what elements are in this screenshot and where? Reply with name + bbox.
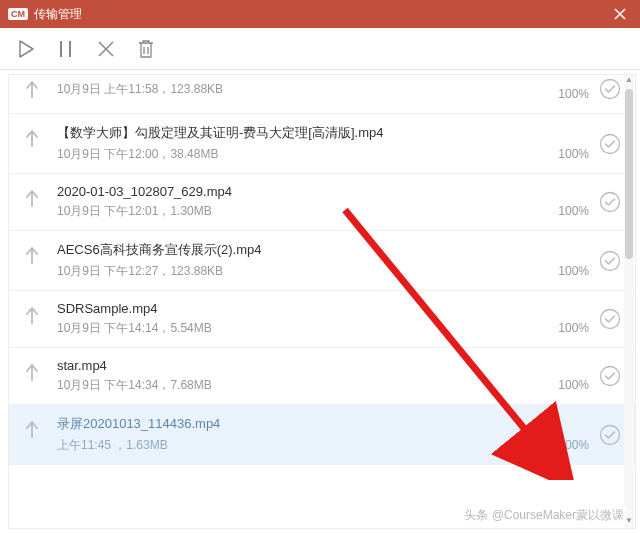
item-status-icon <box>599 191 621 213</box>
item-meta: 10月9日 上午11:58，123.88KB <box>57 81 548 98</box>
item-filename: AECS6高科技商务宣传展示(2).mp4 <box>57 241 548 259</box>
play-button[interactable] <box>12 35 40 63</box>
upload-direction-icon <box>23 245 47 269</box>
svg-point-3 <box>601 251 620 270</box>
svg-point-2 <box>601 193 620 212</box>
item-info: 【数学大师】勾股定理及其证明-费马大定理[高清版].mp4 10月9日 下午12… <box>57 124 548 163</box>
item-info: star.mp4 10月9日 下午14:34，7.68MB <box>57 358 548 394</box>
close-button[interactable] <box>608 2 632 26</box>
transfer-list: 10月9日 上午11:58，123.88KB 100% 【数学大师】勾股定理及其… <box>8 74 636 529</box>
check-circle-icon <box>599 133 621 155</box>
item-meta: 10月9日 下午14:34，7.68MB <box>57 377 548 394</box>
svg-point-6 <box>601 425 620 444</box>
list-item[interactable]: star.mp4 10月9日 下午14:34，7.68MB 100% <box>9 348 635 405</box>
scrollbar-thumb[interactable] <box>625 89 633 259</box>
upload-icon <box>23 79 41 99</box>
cancel-button[interactable] <box>92 35 120 63</box>
check-circle-icon <box>599 308 621 330</box>
svg-point-0 <box>601 80 620 99</box>
svg-point-1 <box>601 134 620 153</box>
item-progress: 100% <box>558 378 589 392</box>
cancel-icon <box>96 39 116 59</box>
check-circle-icon <box>599 78 621 100</box>
list-item[interactable]: SDRSample.mp4 10月9日 下午14:14，5.54MB 100% <box>9 291 635 348</box>
item-meta: 10月9日 下午12:00，38.48MB <box>57 146 548 163</box>
upload-direction-icon <box>23 362 47 386</box>
svg-point-5 <box>601 367 620 386</box>
item-status-icon <box>599 78 621 100</box>
item-info: 2020-01-03_102807_629.mp4 10月9日 下午12:01，… <box>57 184 548 220</box>
item-status-icon <box>599 424 621 446</box>
svg-point-4 <box>601 310 620 329</box>
delete-button[interactable] <box>132 35 160 63</box>
toolbar <box>0 28 640 70</box>
item-info: AECS6高科技商务宣传展示(2).mp4 10月9日 下午12:27，123.… <box>57 241 548 280</box>
list-item[interactable]: 【数学大师】勾股定理及其证明-费马大定理[高清版].mp4 10月9日 下午12… <box>9 114 635 174</box>
upload-icon <box>23 419 41 439</box>
play-icon <box>15 38 37 60</box>
item-status-icon <box>599 250 621 272</box>
upload-icon <box>23 128 41 148</box>
check-circle-icon <box>599 424 621 446</box>
item-info: 录屏20201013_114436.mp4 上午11:45 ，1.63MB <box>57 415 548 454</box>
item-meta: 10月9日 下午12:27，123.88KB <box>57 263 548 280</box>
titlebar: CM 传输管理 <box>0 0 640 28</box>
close-icon <box>613 7 627 21</box>
item-filename: SDRSample.mp4 <box>57 301 548 316</box>
pause-button[interactable] <box>52 35 80 63</box>
upload-icon <box>23 305 41 325</box>
item-progress: 100% <box>558 87 589 101</box>
item-progress: 100% <box>558 264 589 278</box>
upload-icon <box>23 245 41 265</box>
item-filename: 录屏20201013_114436.mp4 <box>57 415 548 433</box>
item-info: 10月9日 上午11:58，123.88KB <box>57 81 548 98</box>
scroll-up-icon: ▲ <box>624 75 634 87</box>
item-meta: 上午11:45 ，1.63MB <box>57 437 548 454</box>
upload-direction-icon <box>23 305 47 329</box>
upload-icon <box>23 362 41 382</box>
upload-direction-icon <box>23 419 47 443</box>
scrollbar[interactable]: ▲ ▼ <box>624 75 634 528</box>
upload-icon <box>23 188 41 208</box>
item-meta: 10月9日 下午14:14，5.54MB <box>57 320 548 337</box>
item-status-icon <box>599 365 621 387</box>
item-filename: 【数学大师】勾股定理及其证明-费马大定理[高清版].mp4 <box>57 124 548 142</box>
item-progress: 100% <box>558 438 589 452</box>
list-item[interactable]: AECS6高科技商务宣传展示(2).mp4 10月9日 下午12:27，123.… <box>9 231 635 291</box>
upload-direction-icon <box>23 128 47 152</box>
list-item[interactable]: 录屏20201013_114436.mp4 上午11:45 ，1.63MB 10… <box>9 405 635 465</box>
item-status-icon <box>599 133 621 155</box>
item-progress: 100% <box>558 204 589 218</box>
window-title: 传输管理 <box>34 6 608 23</box>
app-logo: CM <box>8 8 28 20</box>
item-info: SDRSample.mp4 10月9日 下午14:14，5.54MB <box>57 301 548 337</box>
item-status-icon <box>599 308 621 330</box>
check-circle-icon <box>599 250 621 272</box>
list-item[interactable]: 2020-01-03_102807_629.mp4 10月9日 下午12:01，… <box>9 174 635 231</box>
item-progress: 100% <box>558 321 589 335</box>
check-circle-icon <box>599 365 621 387</box>
item-meta: 10月9日 下午12:01，1.30MB <box>57 203 548 220</box>
item-filename: 2020-01-03_102807_629.mp4 <box>57 184 548 199</box>
pause-icon <box>56 38 76 60</box>
item-filename: star.mp4 <box>57 358 548 373</box>
upload-direction-icon <box>23 188 47 212</box>
watermark: 头条 @CourseMaker蒙以微课 <box>462 506 626 525</box>
check-circle-icon <box>599 191 621 213</box>
upload-direction-icon <box>23 79 47 103</box>
list-item[interactable]: 10月9日 上午11:58，123.88KB 100% <box>9 75 635 114</box>
trash-icon <box>136 38 156 60</box>
item-progress: 100% <box>558 147 589 161</box>
